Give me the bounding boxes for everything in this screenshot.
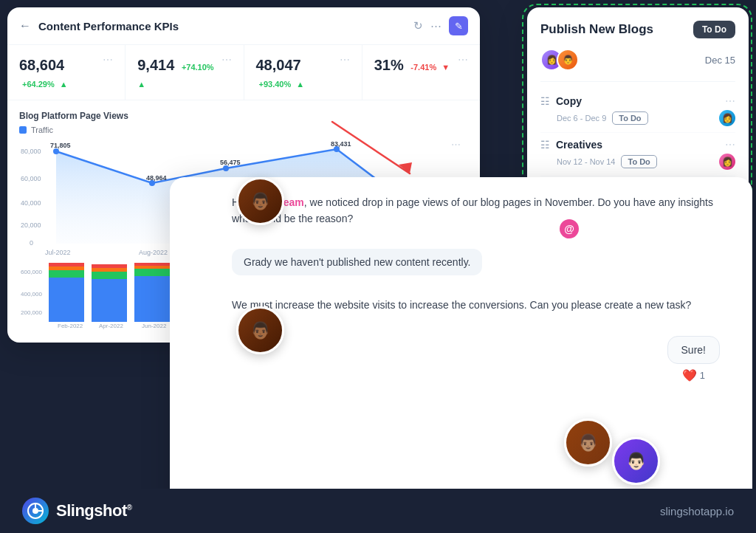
chart-label: Blog Platform Page Views <box>19 111 468 121</box>
subtask-copy-more[interactable]: ⋯ <box>725 95 735 107</box>
subtask-copy: ☷ Copy ⋯ Dec 6 - Dec 9 To Do 👩 <box>540 89 735 133</box>
svg-text:80,000: 80,000 <box>21 148 41 155</box>
subtask-creatives-more[interactable]: ⋯ <box>725 139 735 151</box>
chat-msg-2-wrapper: Grady we haven't published new content r… <box>232 249 735 275</box>
svg-text:600,000: 600,000 <box>21 269 42 275</box>
svg-rect-25 <box>49 270 84 278</box>
task-avatars: 👩 👨 <box>540 49 573 71</box>
subtask-copy-meta: Dec 6 - Dec 9 To Do 👩 <box>540 110 735 126</box>
svg-text:48,964: 48,964 <box>146 174 167 182</box>
metric-cell-1: ⋯ 68,604 +64.29% ▲ <box>7 45 126 100</box>
subtask-copy-header: ☷ Copy ⋯ <box>540 95 735 107</box>
metric-value-3: 48,047 +93.40% ▲ <box>256 57 350 91</box>
svg-text:71,805: 71,805 <box>50 142 71 149</box>
subtask-creatives: ☷ Creatives ⋯ Nov 12 - Nov 14 To Do 👩 <box>540 133 735 176</box>
metric-cell-2: ⋯ 9,414 +74.10% ▲ <box>126 45 244 100</box>
task-divider <box>540 81 735 82</box>
chat-msg-1-suffix: , we noticed drop in page views of our b… <box>232 196 713 224</box>
task-avatar-2: 👨 <box>557 49 579 71</box>
task-status-badge: To Do <box>693 21 735 38</box>
metric-value-4: 31% -7.41% ▼ <box>374 57 468 74</box>
svg-text:Feb-2022: Feb-2022 <box>58 323 83 329</box>
svg-rect-36 <box>134 266 170 269</box>
svg-rect-37 <box>134 263 170 266</box>
chat-mention-grady: Grady <box>244 256 272 268</box>
metric-more-1[interactable]: ⋯ <box>103 54 113 66</box>
avatar-man1: 👨🏾 <box>236 177 284 225</box>
chat-bubble-4: Sure! <box>667 336 720 364</box>
legend-text: Traffic <box>31 125 53 134</box>
refresh-icon[interactable]: ↻ <box>413 19 423 32</box>
subtask-creatives-left: ☷ Creatives <box>540 139 602 151</box>
slingshot-logo-icon <box>27 503 44 519</box>
svg-text:56,475: 56,475 <box>220 159 241 166</box>
svg-text:40,000: 40,000 <box>21 199 41 207</box>
subtask-creatives-name: Creatives <box>556 139 602 151</box>
svg-text:⋯: ⋯ <box>451 139 461 150</box>
creatives-icon: ☷ <box>540 139 550 151</box>
svg-rect-34 <box>134 276 170 322</box>
svg-point-8 <box>223 165 229 171</box>
svg-rect-30 <box>92 272 127 279</box>
task-header: Publish New Blogs To Do <box>540 21 735 38</box>
avatar-man2: 👨🏾 <box>236 306 284 354</box>
subtask-creatives-status: To Do <box>621 155 656 168</box>
brand-logo <box>22 498 49 524</box>
subtask-copy-avatar: 👩 <box>719 110 735 126</box>
brand-url: slingshotapp.io <box>660 505 734 517</box>
metric-cell-4: ⋯ 31% -7.41% ▼ <box>362 45 480 100</box>
avatar-man3: 👨🏽 <box>564 419 612 467</box>
svg-text:0: 0 <box>30 239 33 247</box>
chat-msg-4-wrapper: Sure! ❤️ 1 <box>232 336 735 382</box>
at-mention-badge: @ <box>560 219 579 238</box>
metric-more-4[interactable]: ⋯ <box>458 54 468 66</box>
subtask-creatives-meta: Nov 12 - Nov 14 To Do 👩 <box>540 154 735 170</box>
subtask-copy-date: Dec 6 - Dec 9 <box>557 114 606 123</box>
bottom-bar: Slingshot® slingshotapp.io <box>0 489 756 533</box>
task-panel-title: Publish New Blogs <box>540 22 653 37</box>
metric-more-3[interactable]: ⋯ <box>340 54 350 66</box>
reaction-heart: ❤️ <box>682 368 697 382</box>
chat-msg-4-text: Sure! <box>681 344 706 356</box>
metric-value-2: 9,414 +74.10% ▲ <box>137 57 231 91</box>
chat-msg-3: We must increase the website visits to i… <box>232 298 735 314</box>
subtask-copy-status: To Do <box>612 111 647 125</box>
svg-rect-27 <box>49 263 84 266</box>
more-icon[interactable]: ⋯ <box>430 19 441 32</box>
svg-text:20,000: 20,000 <box>21 221 41 229</box>
svg-text:Jun-2022: Jun-2022 <box>142 323 167 329</box>
svg-rect-29 <box>92 279 127 322</box>
legend-dot <box>19 126 27 134</box>
copy-icon: ☷ <box>540 95 550 107</box>
metric-value-1: 68,604 +64.29% ▲ <box>19 57 113 91</box>
kpi-header: ← Content Performance KPIs ↻ ⋯ ✎ <box>7 7 480 45</box>
subtask-copy-name: Copy <box>556 95 582 107</box>
svg-text:Apr-2022: Apr-2022 <box>99 323 123 329</box>
avatar-man4: 👨🏻 <box>612 437 660 485</box>
edit-icon[interactable]: ✎ <box>449 16 468 35</box>
chat-reaction: ❤️ 1 <box>667 368 720 382</box>
metric-cell-3: ⋯ 48,047 +93.40% ▲ <box>244 45 362 100</box>
svg-text:200,000: 200,000 <box>21 309 42 316</box>
svg-rect-26 <box>49 266 84 270</box>
task-date: Dec 15 <box>705 55 735 66</box>
back-button[interactable]: ← <box>19 19 31 32</box>
subtask-creatives-date: Nov 12 - Nov 14 <box>557 157 615 166</box>
subtask-creatives-avatar: 👩 <box>719 154 735 170</box>
svg-rect-24 <box>49 278 84 322</box>
chat-bubble-2: Grady we haven't published new content r… <box>232 249 482 275</box>
svg-point-6 <box>53 148 59 154</box>
kpi-actions: ↻ ⋯ ✎ <box>413 16 468 35</box>
metric-more-2[interactable]: ⋯ <box>221 54 232 66</box>
brand-name: Slingshot® <box>56 501 132 520</box>
subtask-copy-left: ☷ Copy <box>540 95 582 107</box>
svg-rect-35 <box>134 269 170 276</box>
chat-msg-1: Hey SEO Team, we noticed drop in page vi… <box>232 195 735 227</box>
svg-point-57 <box>32 508 38 514</box>
chat-msg-3-text: We must increase the website visits to i… <box>232 299 691 311</box>
svg-text:60,000: 60,000 <box>21 175 41 182</box>
brand: Slingshot® <box>22 498 132 524</box>
svg-text:Aug-2022: Aug-2022 <box>139 249 168 256</box>
svg-text:400,000: 400,000 <box>21 291 42 298</box>
svg-rect-32 <box>92 264 127 268</box>
